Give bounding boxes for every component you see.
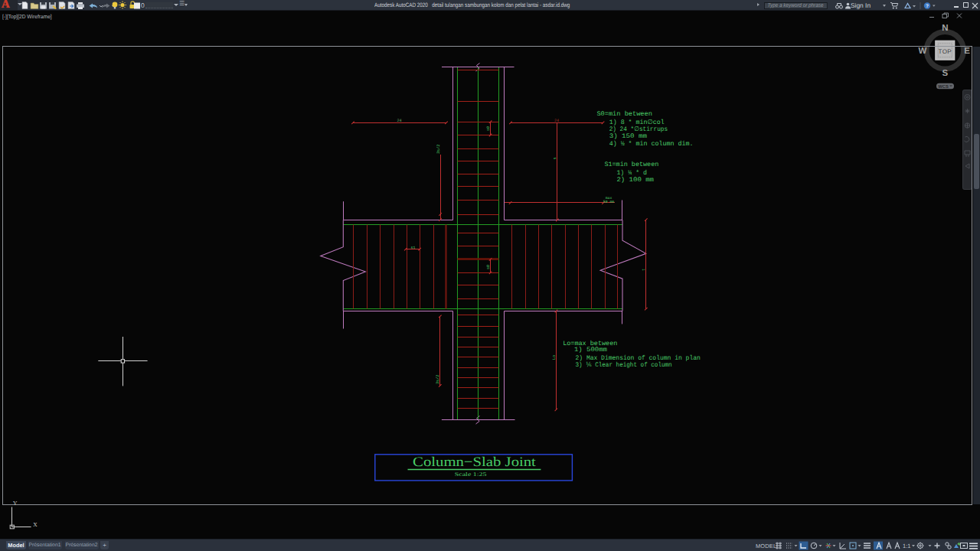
svg-text:2) Max Dimension of column in: 2) Max Dimension of column in plan xyxy=(576,354,701,362)
svg-text:S0=min between: S0=min between xyxy=(596,110,652,118)
svg-text:Lo: Lo xyxy=(552,355,557,360)
svg-text:3) ⅙ Clear height of column: 3) ⅙ Clear height of column xyxy=(576,361,672,369)
svg-text:s0: s0 xyxy=(486,126,491,131)
svg-text:Y: Y xyxy=(13,500,18,507)
svg-text:Scale 1:25: Scale 1:25 xyxy=(455,471,487,478)
svg-text:t: t xyxy=(642,269,646,271)
svg-text:s: s xyxy=(553,157,557,159)
svg-text:3s/2: 3s/2 xyxy=(436,145,441,154)
svg-text:1) 500mm: 1) 500mm xyxy=(574,346,607,354)
svg-text:50 mm: 50 mm xyxy=(603,200,615,204)
svg-text:4) ½ * min column dim.: 4) ½ * min column dim. xyxy=(609,140,694,148)
svg-text:24: 24 xyxy=(554,119,559,123)
svg-text:Column−Slab Joint: Column−Slab Joint xyxy=(413,454,536,469)
svg-text:3) 150 mm: 3) 150 mm xyxy=(609,132,647,140)
svg-text:S1=min between: S1=min between xyxy=(604,161,658,168)
svg-text:24: 24 xyxy=(397,119,401,123)
svg-text:3s/2: 3s/2 xyxy=(436,375,440,384)
svg-text:X: X xyxy=(33,521,38,528)
svg-text:2) 100 mm: 2) 100 mm xyxy=(616,176,654,184)
svg-text:1:1: 1:1 xyxy=(903,543,910,549)
svg-text:s0: s0 xyxy=(486,265,491,269)
